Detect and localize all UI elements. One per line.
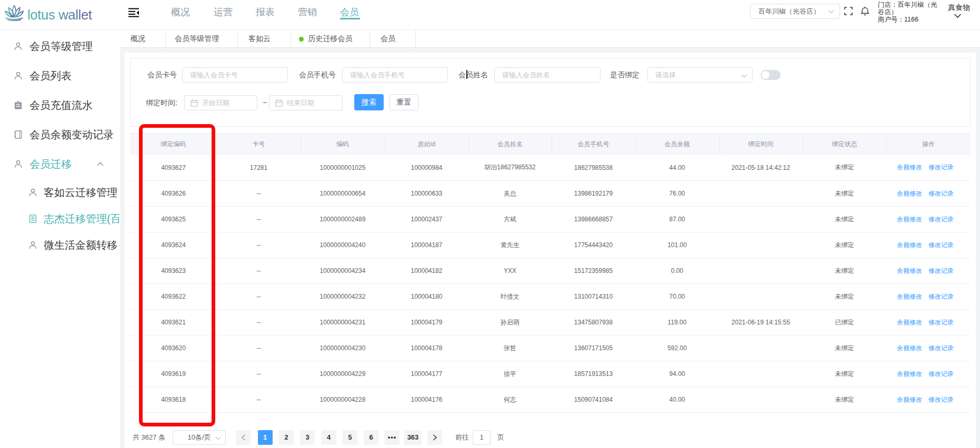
svg-text:lotus wallet: lotus wallet xyxy=(27,7,92,22)
